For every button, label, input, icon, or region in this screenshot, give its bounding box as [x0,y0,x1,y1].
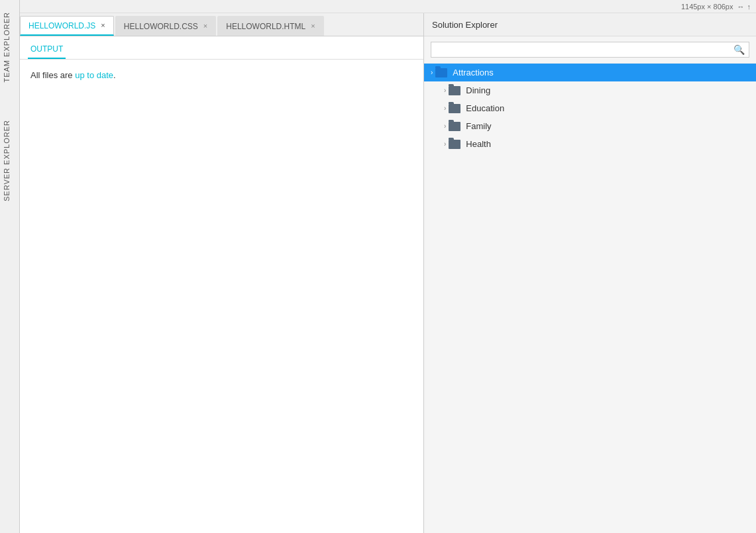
tree-view: › Attractions › Dining › Education › [424,64,756,299]
tab-helloworld-html-label: HELLOWORLD.HTML [226,22,305,31]
editor-panel: HELLOWORLD.JS × HELLOWORLD.CSS × HELLOWO… [20,13,424,533]
tab-helloworld-css-close[interactable]: × [203,23,207,30]
folder-icon-family [449,122,460,131]
search-icon[interactable]: 🔍 [733,44,745,55]
search-input[interactable] [435,45,733,55]
tab-helloworld-css[interactable]: HELLOWORLD.CSS × [115,16,216,36]
dimension-bar: 1145px × 806px ↔ ↑ [20,0,756,13]
tree-label-attractions: Attractions [453,68,493,77]
tab-helloworld-js-close[interactable]: × [101,22,105,29]
main-content: 1145px × 806px ↔ ↑ HELLOWORLD.JS × HELLO… [20,0,756,533]
chevron-health: › [444,140,446,148]
tab-helloworld-html[interactable]: HELLOWORLD.HTML × [217,16,323,36]
tab-helloworld-js-label: HELLOWORLD.JS [28,21,95,30]
team-explorer-label[interactable]: TEAM EXPLORER [0,7,19,88]
output-message-end: . [113,70,116,80]
panels-container: HELLOWORLD.JS × HELLOWORLD.CSS × HELLOWO… [20,13,756,533]
tree-item-health[interactable]: › Health [424,135,756,153]
folder-icon-dining [449,86,460,95]
solution-panel-empty [424,299,756,534]
chevron-education: › [444,105,446,112]
tree-item-education[interactable]: › Education [424,99,756,117]
search-input-wrapper: 🔍 [431,42,749,58]
tree-label-family: Family [466,121,491,131]
folder-icon-education [449,104,460,113]
tree-label-education: Education [466,103,504,113]
tree-label-health: Health [466,139,491,149]
tree-item-attractions[interactable]: › Attractions [424,64,756,81]
solution-explorer-title: Solution Explorer [432,20,498,30]
dimension-icons: ↔ ↑ [737,3,751,11]
dimension-text: 1145px × 806px [681,3,733,11]
expand-icon[interactable]: ↔ [737,3,745,11]
tree-label-dining: Dining [466,85,490,95]
server-explorer-label[interactable]: SERVER EXPLORER [0,115,19,207]
solution-explorer-header: Solution Explorer [424,13,756,36]
output-message-start: All files are [30,70,75,80]
output-content: All files are up to date. [20,60,423,533]
output-tab-bar: OUTPUT [20,36,423,60]
solution-panel: Solution Explorer 🔍 › Attractions [424,13,756,533]
tab-bar: HELLOWORLD.JS × HELLOWORLD.CSS × HELLOWO… [20,13,423,36]
output-message-highlight: up to date [75,70,113,80]
folder-icon-health [449,140,460,149]
search-bar: 🔍 [424,36,756,64]
tab-helloworld-css-label: HELLOWORLD.CSS [124,22,198,31]
chevron-family: › [444,122,446,130]
output-tab[interactable]: OUTPUT [28,40,66,59]
tab-helloworld-html-close[interactable]: × [311,23,315,30]
folder-icon-attractions [435,68,447,77]
chevron-dining: › [444,87,446,94]
output-section: OUTPUT All files are up to date. [20,36,423,533]
collapse-icon[interactable]: ↑ [747,3,751,11]
tree-item-dining[interactable]: › Dining [424,81,756,99]
chevron-attractions: › [431,69,433,76]
tab-helloworld-js[interactable]: HELLOWORLD.JS × [20,16,114,36]
left-sidebar: TEAM EXPLORER SERVER EXPLORER [0,0,20,533]
tree-item-family[interactable]: › Family [424,117,756,135]
